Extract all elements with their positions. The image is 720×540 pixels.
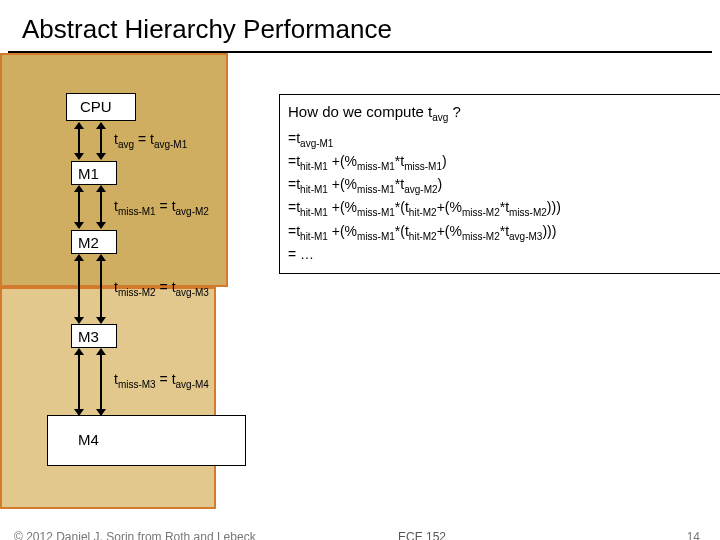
l2-end: ) xyxy=(442,153,447,169)
cpu-label: CPU xyxy=(80,98,112,115)
l3-s1: hit-M1 xyxy=(300,184,328,195)
arrow-m3-m4-b xyxy=(100,349,102,415)
l5-s4: miss-M2 xyxy=(462,230,500,241)
l3-m2: *t xyxy=(395,176,404,192)
l4-s4: miss-M2 xyxy=(462,207,500,218)
arrow-m1-m2-a xyxy=(78,186,80,228)
l2-m2: *t xyxy=(395,153,404,169)
callout-heading-suffix: ? xyxy=(448,103,461,120)
l4-end: ))) xyxy=(547,199,561,215)
l5-s3: hit-M2 xyxy=(409,230,437,241)
edge-eq-1-rhs: avg-M1 xyxy=(154,139,187,150)
l3-s2: miss-M1 xyxy=(357,184,395,195)
l6-pre: = … xyxy=(288,246,314,262)
l4-pre: =t xyxy=(288,199,300,215)
edge-eq-3-rhs: avg-M3 xyxy=(176,287,209,298)
l2-m1: +(% xyxy=(328,153,357,169)
arrow-m1-m2-b xyxy=(100,186,102,228)
callout-line-5: =thit-M1 +(%miss-M1*(thit-M2+(%miss-M2*t… xyxy=(288,221,714,244)
edge-eq-2: tmiss-M1 = tavg-M2 xyxy=(114,198,209,217)
l4-s1: hit-M1 xyxy=(300,207,328,218)
arrow-m3-m4-a xyxy=(78,349,80,415)
arrow-m2-m3-a xyxy=(78,255,80,323)
l4-s2: miss-M1 xyxy=(357,207,395,218)
m4-box xyxy=(47,415,246,466)
l2-s1: hit-M1 xyxy=(300,161,328,172)
l2-s3: miss-M1 xyxy=(404,161,442,172)
l4-m3: +(% xyxy=(437,199,462,215)
m3-inner-region xyxy=(0,287,216,509)
l1-pre: =t xyxy=(288,130,300,146)
l2-pre: =t xyxy=(288,153,300,169)
arrow-cpu-m1-a xyxy=(78,123,80,159)
m2-label: M2 xyxy=(78,234,99,251)
l5-m2: *(t xyxy=(395,223,409,239)
l5-s1: hit-M1 xyxy=(300,230,328,241)
derivation-callout: How do we compute tavg ? =tavg-M1 =thit-… xyxy=(279,94,720,274)
l4-m4: *t xyxy=(500,199,509,215)
l5-pre: =t xyxy=(288,223,300,239)
callout-heading-prefix: How do we compute t xyxy=(288,103,432,120)
l5-end: ))) xyxy=(542,223,556,239)
l4-m1: +(% xyxy=(328,199,357,215)
slide-title: Abstract Hierarchy Performance xyxy=(0,0,720,51)
edge-eq-4-rhs: avg-M4 xyxy=(176,379,209,390)
l5-m3: +(% xyxy=(437,223,462,239)
l1-s1: avg-M1 xyxy=(300,137,333,148)
course-code: ECE 152 xyxy=(398,530,446,540)
edge-eq-4: tmiss-M3 = tavg-M4 xyxy=(114,371,209,390)
callout-heading: How do we compute tavg ? xyxy=(288,100,714,126)
l3-m1: +(% xyxy=(328,176,357,192)
arrow-m2-m3-b xyxy=(100,255,102,323)
l2-s2: miss-M1 xyxy=(357,161,395,172)
edge-eq-2-lhs: miss-M1 xyxy=(118,206,156,217)
callout-line-6: = … xyxy=(288,244,714,266)
callout-line-3: =thit-M1 +(%miss-M1*tavg-M2) xyxy=(288,174,714,197)
l3-s3: avg-M2 xyxy=(404,184,437,195)
callout-line-4: =thit-M1 +(%miss-M1*(thit-M2+(%miss-M2*t… xyxy=(288,197,714,220)
l5-m1: +(% xyxy=(328,223,357,239)
l4-m2: *(t xyxy=(395,199,409,215)
edge-eq-3-lhs: miss-M2 xyxy=(118,287,156,298)
l4-s3: hit-M2 xyxy=(409,207,437,218)
edge-eq-1-lhs: avg xyxy=(118,139,134,150)
l3-pre: =t xyxy=(288,176,300,192)
page-number: 14 xyxy=(687,530,700,540)
l4-s5: miss-M2 xyxy=(509,207,547,218)
edge-eq-1: tavg = tavg-M1 xyxy=(114,131,187,150)
callout-line-2: =thit-M1 +(%miss-M1*tmiss-M1) xyxy=(288,151,714,174)
callout-heading-sub: avg xyxy=(432,112,448,123)
l5-s2: miss-M1 xyxy=(357,230,395,241)
l5-s5: avg-M3 xyxy=(509,230,542,241)
m3-label: M3 xyxy=(78,328,99,345)
diagram-stage: M4 M3 M2 M1 CPU tavg = tavg-M1 tmiss-M1 … xyxy=(0,53,720,473)
m1-label: M1 xyxy=(78,165,99,182)
copyright-text: © 2012 Daniel J. Sorin from Roth and Leb… xyxy=(14,530,256,540)
edge-eq-3: tmiss-M2 = tavg-M3 xyxy=(114,279,209,298)
edge-eq-2-rhs: avg-M2 xyxy=(176,206,209,217)
arrow-cpu-m1-b xyxy=(100,123,102,159)
callout-line-1: =tavg-M1 xyxy=(288,128,714,151)
l5-m4: *t xyxy=(500,223,509,239)
edge-eq-4-lhs: miss-M3 xyxy=(118,379,156,390)
m4-label: M4 xyxy=(78,431,99,448)
l3-end: ) xyxy=(438,176,443,192)
